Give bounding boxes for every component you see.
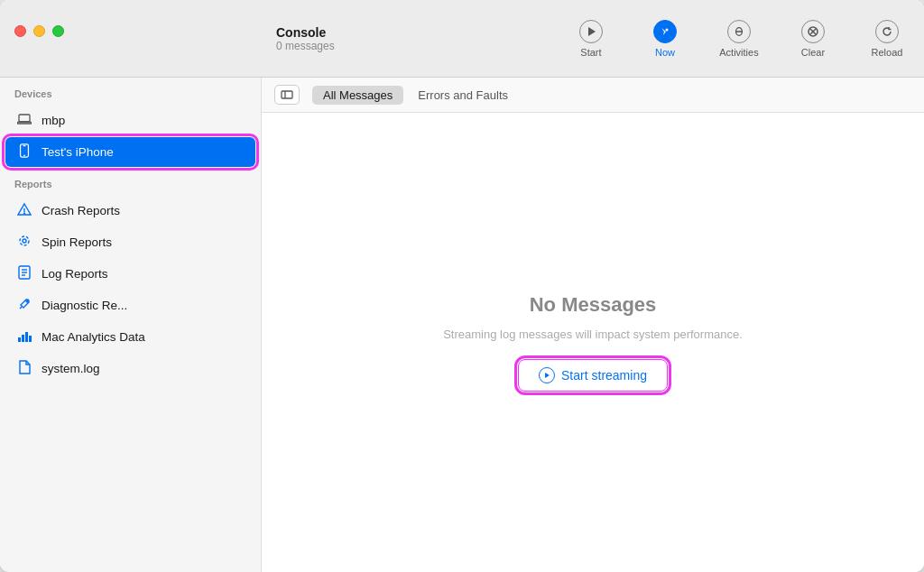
system-log-label: system.log: [42, 362, 100, 375]
svg-rect-24: [282, 91, 292, 98]
play-icon: [539, 367, 555, 383]
svg-point-12: [24, 213, 25, 214]
svg-point-9: [23, 154, 25, 156]
svg-rect-6: [19, 115, 30, 122]
app-title-name: Console: [276, 25, 335, 40]
content-panel: All Messages Errors and Faults No Messag…: [262, 78, 924, 572]
sidebar-toggle-button[interactable]: [274, 85, 300, 105]
traffic-lights: [14, 25, 64, 37]
svg-point-1: [665, 28, 668, 31]
reports-section-label: Reports: [0, 168, 261, 195]
file-icon: [16, 360, 32, 377]
clear-icon: [801, 20, 825, 43]
sidebar-item-system-log[interactable]: system.log: [5, 354, 255, 383]
wrench-icon: [16, 297, 32, 314]
svg-rect-22: [25, 332, 28, 342]
log-reports-label: Log Reports: [42, 267, 108, 281]
spin-icon: [16, 234, 32, 251]
tests-iphone-label: Test's iPhone: [42, 145, 114, 159]
svg-rect-20: [18, 337, 21, 342]
main-area: Devices mbp: [0, 78, 924, 572]
sidebar-item-spin-reports[interactable]: Spin Reports: [5, 227, 255, 257]
start-streaming-label: Start streaming: [561, 368, 647, 383]
start-streaming-button[interactable]: Start streaming: [518, 359, 668, 392]
chart-icon: [16, 328, 32, 346]
clear-button[interactable]: Clear: [790, 20, 836, 58]
mbp-label: mbp: [42, 114, 65, 127]
crash-reports-label: Crash Reports: [42, 204, 120, 217]
now-icon: [653, 20, 677, 43]
svg-rect-21: [22, 335, 24, 342]
sidebar-item-mbp[interactable]: mbp: [5, 106, 255, 135]
svg-rect-23: [29, 336, 32, 342]
tab-all-messages[interactable]: All Messages: [312, 86, 403, 105]
sidebar-item-tests-iphone[interactable]: Test's iPhone: [5, 137, 255, 167]
title-bar-content: Console 0 messages Start: [276, 20, 910, 58]
now-button[interactable]: Now: [642, 20, 688, 58]
content-tabs: All Messages Errors and Faults: [262, 78, 924, 113]
close-button[interactable]: [14, 25, 26, 37]
start-icon: [579, 20, 603, 43]
svg-point-13: [20, 236, 29, 245]
clear-label: Clear: [801, 47, 825, 58]
toolbar: Start Now: [568, 20, 910, 58]
console-window: Console 0 messages Start: [0, 0, 924, 572]
sidebar: Devices mbp: [0, 78, 262, 572]
now-label: Now: [655, 47, 675, 58]
reload-button[interactable]: Reload: [864, 20, 910, 58]
diagnostic-label: Diagnostic Re...: [42, 299, 127, 312]
reload-label: Reload: [872, 47, 903, 58]
minimize-button[interactable]: [33, 25, 45, 37]
devices-section-label: Devices: [0, 78, 261, 105]
sidebar-item-crash-reports[interactable]: Crash Reports: [5, 196, 255, 226]
start-label: Start: [580, 47, 601, 58]
log-icon: [16, 265, 32, 282]
maximize-button[interactable]: [52, 25, 64, 37]
tab-errors-faults[interactable]: Errors and Faults: [407, 86, 519, 105]
warning-icon: [16, 202, 32, 219]
content-body: No Messages Streaming log messages will …: [262, 113, 924, 572]
app-title: Console 0 messages: [276, 25, 335, 52]
svg-marker-0: [588, 27, 596, 36]
activities-label: Activities: [719, 47, 758, 58]
svg-point-14: [23, 239, 26, 243]
title-bar: Console 0 messages Start: [0, 0, 924, 78]
reload-icon: [875, 20, 899, 43]
sidebar-item-log-reports[interactable]: Log Reports: [5, 259, 255, 289]
no-messages-subtitle: Streaming log messages will impact syste…: [443, 328, 743, 341]
no-messages-title: No Messages: [530, 293, 657, 317]
sidebar-item-mac-analytics[interactable]: Mac Analytics Data: [5, 322, 255, 352]
start-button[interactable]: Start: [568, 20, 614, 58]
spin-reports-label: Spin Reports: [42, 235, 112, 249]
app-message-count: 0 messages: [276, 40, 335, 52]
activities-icon: [727, 20, 751, 43]
activities-button[interactable]: Activities: [716, 20, 762, 58]
mac-analytics-label: Mac Analytics Data: [42, 330, 145, 344]
phone-icon: [16, 143, 32, 161]
laptop-icon: [16, 112, 32, 129]
svg-marker-26: [545, 373, 550, 378]
sidebar-item-diagnostic[interactable]: Diagnostic Re...: [5, 291, 255, 320]
